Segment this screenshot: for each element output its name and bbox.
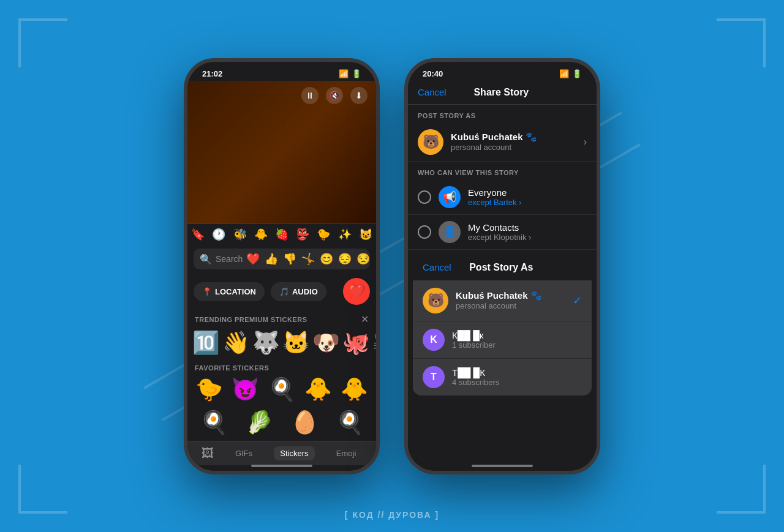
sticker-trending-7[interactable]: 😸	[372, 330, 376, 356]
sticker-fav-2[interactable]: 😈	[228, 377, 262, 402]
modal-cancel-button[interactable]: Cancel	[423, 262, 451, 272]
favorite-stickers-row1: 🐤 😈 🍳 🐥 🐥	[187, 374, 376, 407]
sticker-trending-5[interactable]: 🐶	[312, 330, 340, 356]
share-story-cancel-button[interactable]: Cancel	[418, 87, 447, 97]
phone-2: 20:40 📶 🔋 Cancel Share Story POST STORY …	[404, 58, 600, 474]
sticker-fav-9[interactable]: 🍳	[328, 410, 371, 435]
story-preview: ⏸ 🔇 ⬇	[187, 81, 376, 224]
download-button[interactable]: ⬇	[350, 87, 368, 104]
face-icon[interactable]: 😺	[359, 228, 372, 241]
mute-button[interactable]: 🔇	[326, 87, 343, 104]
account-row[interactable]: 🐻 Kubuś Puchatek 🐾 personal account ›	[408, 123, 597, 162]
modal-avatar-t: T	[423, 366, 445, 388]
sticker-fav-1[interactable]: 🐤	[192, 377, 226, 402]
smile-emoji[interactable]: 😊	[320, 252, 333, 266]
trending-section-header: TRENDING PREMIUM STICKERS ✕	[187, 310, 376, 328]
audio-icon: 🎵	[279, 287, 289, 296]
sticker-fav-5[interactable]: 🐥	[337, 377, 371, 402]
sparkle-icon[interactable]: ✨	[338, 228, 352, 241]
heart-icon: ❤️	[349, 283, 365, 299]
bee-icon[interactable]: 🐝	[233, 228, 247, 241]
trending-stickers-row: 🔟 👋 🐺 🐱 🐶 🐙 😸 🐱	[187, 328, 376, 361]
trending-close-button[interactable]: ✕	[361, 313, 369, 325]
wifi-icon: 📶	[339, 69, 349, 78]
viewer-contacts-name: My Contacts	[468, 222, 587, 233]
thumbsup-emoji[interactable]: 👍	[265, 252, 278, 266]
time-phone2: 20:40	[423, 69, 443, 78]
sticker-trending-1[interactable]: 🔟	[192, 330, 220, 356]
run-emoji[interactable]: 🤸	[301, 252, 315, 266]
search-placeholder: Search	[216, 254, 243, 264]
sticker-fav-8[interactable]: 🥚	[283, 410, 326, 435]
modal-account-t-channel[interactable]: T Т██ █К 4 subscribers	[413, 359, 592, 395]
radio-contacts[interactable]	[418, 225, 431, 239]
viewer-contacts-sub: except Kłopotnik ›	[468, 233, 587, 242]
chick-icon[interactable]: 🐤	[317, 228, 330, 241]
audio-button[interactable]: 🎵 AUDIO	[271, 282, 326, 301]
modal-avatar-k: K	[423, 329, 445, 351]
account-name: Kubuś Puchatek 🐾	[451, 132, 576, 143]
post-story-as-label: POST STORY AS	[408, 105, 597, 123]
time-phone1: 21:02	[202, 69, 222, 78]
audio-label: AUDIO	[292, 287, 318, 296]
location-button[interactable]: 📍 LOCATION	[194, 282, 265, 301]
viewer-contacts-row[interactable]: 👤 My Contacts except Kłopotnik ›	[408, 215, 597, 250]
contacts-icon: 👤	[439, 221, 461, 243]
bracket-bottom-left	[18, 465, 67, 514]
sad-emoji[interactable]: 😔	[338, 252, 352, 266]
modal-account-k-channel[interactable]: K К██ █к 1 subscriber	[413, 321, 592, 359]
favorite-stickers-row2: 🍳 🥬 🥚 🍳	[187, 407, 376, 440]
who-can-view-label: WHO CAN VIEW THIS STORY	[408, 162, 597, 180]
post-story-modal: Cancel Post Story As 🐻 Kubuś Puchatek 🐾 …	[413, 255, 592, 395]
home-indicator-phone2	[472, 465, 533, 467]
sticker-toolbar: 🔖 🕐 🐝 🐥 🍓 👺 🐤 ✨ 😺	[187, 223, 376, 245]
radio-everyone[interactable]	[418, 190, 431, 204]
favorite-section-header: FAVORITE STICKERS	[187, 361, 376, 374]
gifs-tab[interactable]: GIFs	[229, 446, 258, 460]
bracket-top-right	[717, 18, 766, 67]
favorite-label: FAVORITE STICKERS	[195, 364, 269, 372]
demon-icon[interactable]: 👺	[296, 228, 309, 241]
sticker-trending-6[interactable]: 🐙	[342, 330, 370, 356]
viewer-everyone-row[interactable]: 📢 Everyone except Bartek ›	[408, 180, 597, 215]
sticker-trending-4[interactable]: 🐱	[282, 330, 310, 356]
account-info: Kubuś Puchatek 🐾 personal account	[451, 132, 576, 152]
media-tab-icon[interactable]: 🖼	[202, 446, 214, 460]
sticker-fav-7[interactable]: 🥬	[238, 410, 281, 435]
location-icon: 📍	[202, 287, 212, 296]
sticker-search-bar[interactable]: 🔍 Search ❤️ 👍 👎 🤸 😊 😔 😒	[194, 249, 370, 269]
modal-k-name: К██ █к	[452, 330, 582, 340]
home-indicator-phone1	[251, 465, 312, 467]
sticker-fav-4[interactable]: 🐥	[301, 377, 335, 402]
phone1-content: ⏸ 🔇 ⬇ 🔖 🕐 🐝 🐥 🍓 👺 🐤 ✨ 😺 🔍 Sea	[187, 81, 376, 465]
stickers-tab[interactable]: Stickers	[274, 446, 314, 460]
thumbsdown-emoji[interactable]: 👎	[283, 252, 296, 266]
check-icon: ✓	[573, 294, 582, 307]
sticker-fav-3[interactable]: 🍳	[265, 377, 298, 402]
story-tools-bar: 📍 LOCATION 🎵 AUDIO ❤️	[187, 273, 376, 310]
phones-container: 21:02 📶 🔋 ⏸ 🔇 ⬇ 🔖 🕐 🐝 🐥 🍓	[184, 58, 600, 474]
chevron-icon: ›	[584, 137, 587, 148]
modal-t-sub: 4 subscribers	[452, 378, 582, 387]
sticker-trending-3[interactable]: 🐺	[252, 330, 280, 356]
strawberry-icon[interactable]: 🍓	[275, 228, 288, 241]
heart-emoji[interactable]: ❤️	[246, 252, 260, 266]
pause-button[interactable]: ⏸	[301, 87, 318, 104]
share-story-navbar: Cancel Share Story	[408, 81, 597, 105]
status-icons-phone2: 📶 🔋	[559, 69, 582, 78]
sticker-fav-6[interactable]: 🍳	[192, 410, 235, 435]
location-label: LOCATION	[215, 287, 256, 296]
sticker-panel: TRENDING PREMIUM STICKERS ✕ 🔟 👋 🐺 🐱 🐶 🐙 …	[187, 310, 376, 441]
sticker-trending-2[interactable]: 👋	[222, 330, 250, 356]
bookmark-icon[interactable]: 🔖	[191, 228, 205, 241]
heart-button[interactable]: ❤️	[343, 278, 370, 305]
modal-account-personal[interactable]: 🐻 Kubuś Puchatek 🐾 personal account ✓	[413, 280, 592, 321]
recent-icon[interactable]: 🕐	[212, 228, 225, 241]
phone-1: 21:02 📶 🔋 ⏸ 🔇 ⬇ 🔖 🕐 🐝 🐥 🍓	[184, 58, 380, 474]
annoyed-emoji[interactable]: 😒	[356, 252, 370, 266]
status-bar-phone2: 20:40 📶 🔋	[408, 62, 597, 81]
bracket-top-left	[18, 18, 67, 67]
emoji-tab[interactable]: Emoji	[330, 446, 363, 460]
modal-title: Post Story As	[469, 262, 533, 273]
duck-icon[interactable]: 🐥	[254, 228, 268, 241]
